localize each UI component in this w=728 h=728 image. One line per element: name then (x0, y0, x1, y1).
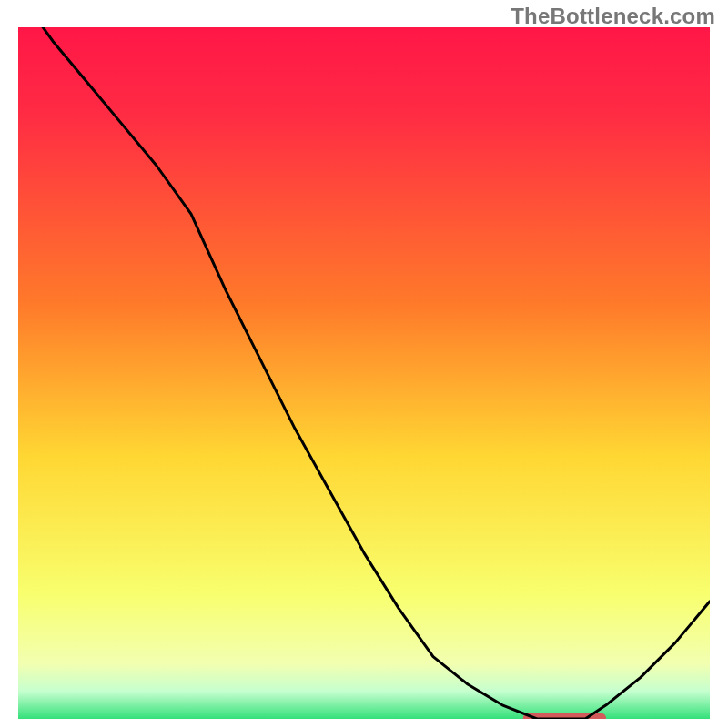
attribution-label: TheBottleneck.com (511, 4, 715, 29)
gradient-background (18, 27, 710, 719)
chart-svg (18, 27, 710, 719)
plot-area (18, 27, 710, 719)
chart-container: TheBottleneck.com (0, 0, 728, 728)
